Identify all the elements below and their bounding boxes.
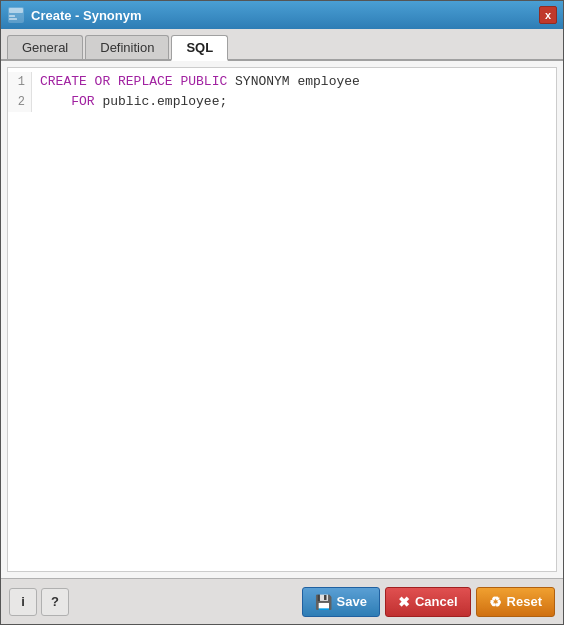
kw-synonym: SYNONYM employee (235, 74, 360, 89)
content-area: 1 CREATE OR REPLACE PUBLIC SYNONYM emplo… (1, 61, 563, 578)
tab-sql[interactable]: SQL (171, 35, 228, 61)
cancel-button[interactable]: ✖ Cancel (385, 587, 471, 617)
svg-rect-1 (9, 8, 23, 13)
help-button[interactable]: ? (41, 588, 69, 616)
line-code-2: FOR public.employee; (40, 92, 556, 112)
line-code-1: CREATE OR REPLACE PUBLIC SYNONYM employe… (40, 72, 556, 92)
reset-icon: ♻ (489, 594, 502, 610)
save-label: Save (337, 594, 367, 609)
cancel-icon: ✖ (398, 594, 410, 610)
tab-bar: General Definition SQL (1, 29, 563, 61)
sql-editor[interactable]: 1 CREATE OR REPLACE PUBLIC SYNONYM emplo… (7, 67, 557, 572)
svg-rect-3 (9, 18, 17, 20)
bottom-left-buttons: i ? (9, 588, 69, 616)
kw-create: CREATE OR REPLACE PUBLIC (40, 74, 235, 89)
sql-line-2: 2 FOR public.employee; (8, 92, 556, 112)
sql-line-1: 1 CREATE OR REPLACE PUBLIC SYNONYM emplo… (8, 72, 556, 92)
bottom-right-buttons: 💾 Save ✖ Cancel ♻ Reset (302, 587, 555, 617)
main-window: Create - Synonym x General Definition SQ… (0, 0, 564, 625)
tab-general[interactable]: General (7, 35, 83, 59)
reset-label: Reset (507, 594, 542, 609)
save-button[interactable]: 💾 Save (302, 587, 380, 617)
line-number-1: 1 (8, 72, 32, 92)
bottom-bar: i ? 💾 Save ✖ Cancel ♻ Reset (1, 578, 563, 624)
info-button[interactable]: i (9, 588, 37, 616)
close-button[interactable]: x (539, 6, 557, 24)
kw-for: FOR (40, 94, 102, 109)
app-icon (7, 6, 25, 24)
title-bar: Create - Synonym x (1, 1, 563, 29)
line-number-2: 2 (8, 92, 32, 112)
svg-rect-2 (9, 15, 15, 17)
window-title: Create - Synonym (31, 8, 539, 23)
save-icon: 💾 (315, 594, 332, 610)
cancel-label: Cancel (415, 594, 458, 609)
tab-definition[interactable]: Definition (85, 35, 169, 59)
kw-schema: public.employee; (102, 94, 227, 109)
reset-button[interactable]: ♻ Reset (476, 587, 555, 617)
